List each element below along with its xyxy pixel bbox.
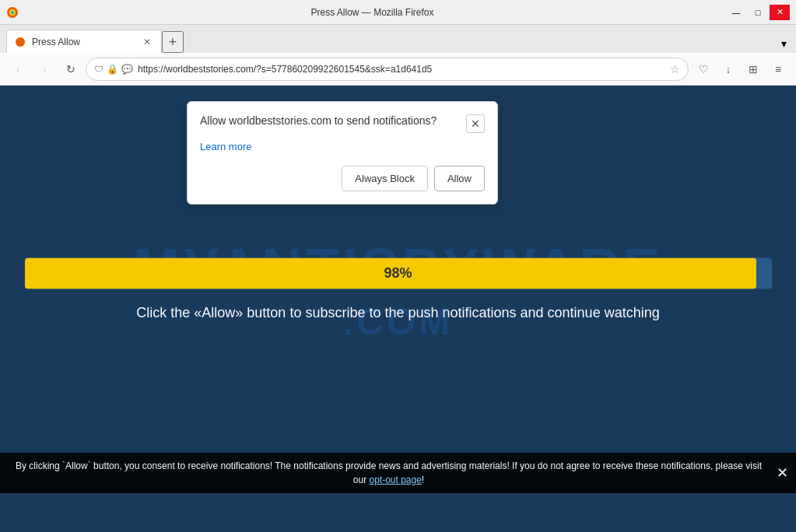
forward-button[interactable]: › [33,58,56,81]
learn-more-link[interactable]: Learn more [200,141,251,152]
titlebar: Press Allow — Mozilla Firefox — □ ✕ [0,0,796,25]
back-button[interactable]: ‹ [6,58,30,81]
popup-header: Allow worldbeststories.com to send notif… [200,114,485,133]
minimize-button[interactable]: — [726,5,746,20]
always-block-button[interactable]: Always Block [342,166,428,191]
titlebar-title: Press Allow — Mozilla Firefox [19,7,726,18]
tab-list-button[interactable]: ▾ [778,34,790,53]
shield-icon: 🛡 [94,64,103,75]
navbar: ‹ › ↻ 🛡 🔒 💬 https://worldbeststories.com… [0,53,796,86]
active-tab[interactable]: Press Allow ✕ [6,30,162,53]
opt-out-link[interactable]: opt-out page [369,474,421,485]
address-icons: 🛡 🔒 💬 [94,64,133,75]
address-bar[interactable]: 🛡 🔒 💬 https://worldbeststories.com/?s=57… [86,58,689,81]
progress-text: 98% [25,265,772,282]
tabbar: Press Allow ✕ + ▾ [0,25,796,53]
tab-favicon [15,37,26,47]
svg-point-3 [16,37,25,47]
popup-close-button[interactable]: ✕ [466,114,485,133]
bottom-close-button[interactable]: ✕ [777,464,788,481]
progress-container: 98% Click the «Allow» button to subscrib… [25,258,772,321]
reload-button[interactable]: ↻ [59,58,82,81]
popup-actions: Always Block Allow [200,166,485,191]
allow-button[interactable]: Allow [434,166,485,191]
browser-content: MYANTISPYWARE .COM 98% Click the «Allow»… [0,86,796,493]
new-tab-button[interactable]: + [162,31,184,53]
extensions-button[interactable]: ⊞ [742,58,765,81]
downloads-button[interactable]: ↓ [717,58,740,81]
titlebar-controls: — □ ✕ [726,5,790,20]
firefox-logo [6,6,19,19]
toolbar-right: ♡ ↓ ⊞ ≡ [692,58,790,81]
cta-text: Click the «Allow» button to subscribe to… [25,305,772,321]
svg-point-2 [11,11,14,14]
popup-title: Allow worldbeststories.com to send notif… [200,114,437,127]
lock-icon: 🔒 [107,64,118,75]
tab-title: Press Allow [32,37,135,47]
cta-text-content: Click the «Allow» button to subscribe to… [136,305,659,320]
maximize-button[interactable]: □ [748,5,768,20]
tab-close-button[interactable]: ✕ [141,36,153,48]
close-button[interactable]: ✕ [770,5,790,20]
bottom-bar: By clicking `Allow` button, you consent … [0,453,796,493]
comment-icon: 💬 [121,64,133,75]
notification-popup: Allow worldbeststories.com to send notif… [187,101,498,205]
more-button[interactable]: ≡ [766,58,790,81]
url-text: https://worldbeststories.com/?s=57786020… [138,64,665,75]
progress-wrapper: 98% [25,258,772,289]
heart-button[interactable]: ♡ [692,58,715,81]
bookmark-star-icon[interactable]: ☆ [670,63,680,75]
bottom-bar-text-end: ! [422,474,424,485]
